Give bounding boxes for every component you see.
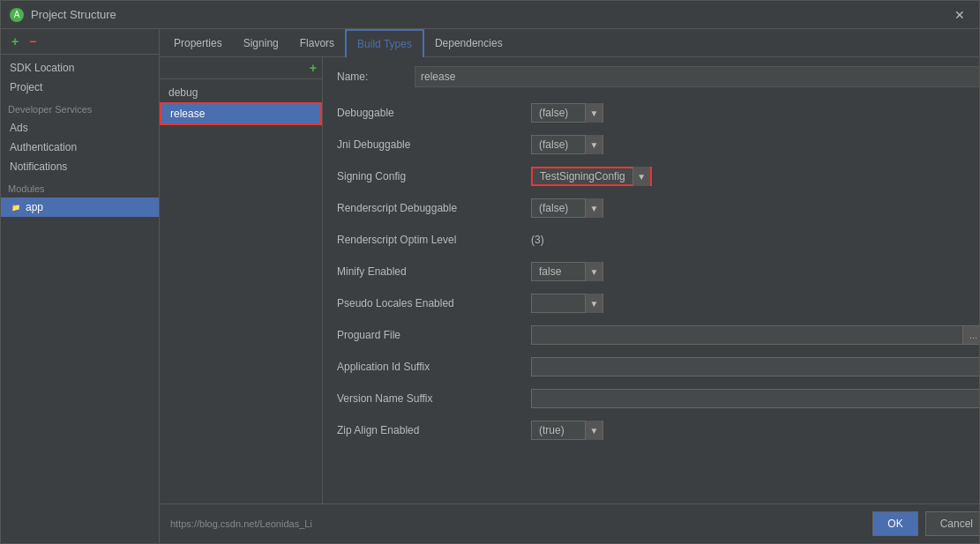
window-title: Project Structure bbox=[31, 8, 949, 21]
pseudo-locales-arrow[interactable]: ▼ bbox=[585, 294, 602, 313]
close-button[interactable]: ✕ bbox=[949, 6, 970, 24]
zip-align-arrow[interactable]: ▼ bbox=[585, 421, 602, 440]
tab-flavors[interactable]: Flavors bbox=[289, 30, 345, 56]
renderscript-debuggable-control: (false) ▼ bbox=[531, 198, 603, 218]
signing-config-label: Signing Config bbox=[337, 170, 531, 183]
minify-enabled-dropdown[interactable]: false ▼ bbox=[531, 262, 603, 281]
renderscript-optim-label: Renderscript Optim Level bbox=[337, 234, 531, 246]
proguard-file-input[interactable] bbox=[531, 325, 963, 345]
jni-debuggable-label: Jni Debuggable bbox=[337, 138, 531, 151]
zip-align-dropdown[interactable]: (true) ▼ bbox=[531, 421, 603, 440]
debuggable-arrow[interactable]: ▼ bbox=[585, 103, 602, 123]
sidebar-item-project[interactable]: Project bbox=[1, 78, 159, 97]
version-name-suffix-row: Version Name Suffix bbox=[337, 387, 979, 410]
signing-config-control: TestSigningConfig ▼ bbox=[531, 167, 652, 186]
module-icon: 📁 bbox=[10, 201, 22, 213]
proguard-file-control: … bbox=[531, 325, 979, 345]
sidebar-item-authentication[interactable]: Authentication bbox=[1, 138, 159, 157]
build-list-toolbar: + bbox=[160, 57, 322, 79]
footer-url: https://blog.csdn.net/Leonidas_Li bbox=[170, 518, 865, 529]
renderscript-debuggable-value: (false) bbox=[532, 200, 585, 216]
tab-dependencies[interactable]: Dependencies bbox=[424, 30, 513, 56]
debuggable-dropdown[interactable]: (false) ▼ bbox=[531, 103, 603, 123]
renderscript-debuggable-label: Renderscript Debuggable bbox=[337, 202, 531, 214]
jni-debuggable-value: (false) bbox=[532, 137, 585, 153]
tab-build-types[interactable]: Build Types bbox=[345, 29, 424, 57]
signing-config-dropdown[interactable]: TestSigningConfig ▼ bbox=[531, 167, 652, 186]
pseudo-locales-label: Pseudo Locales Enabled bbox=[337, 297, 531, 309]
jni-debuggable-dropdown[interactable]: (false) ▼ bbox=[531, 135, 603, 154]
debuggable-row: Debuggable (false) ▼ bbox=[337, 101, 979, 124]
right-panel: Properties Signing Flavors Build Types D… bbox=[160, 29, 979, 543]
add-button[interactable]: + bbox=[8, 34, 22, 48]
pseudo-locales-control: ▼ bbox=[531, 294, 603, 313]
sidebar-item-app[interactable]: 📁 app bbox=[1, 197, 159, 217]
cancel-button[interactable]: Cancel bbox=[925, 511, 979, 536]
jni-debuggable-row: Jni Debuggable (false) ▼ bbox=[337, 133, 979, 156]
application-id-suffix-row: Application Id Suffix bbox=[337, 355, 979, 378]
module-label: app bbox=[26, 201, 43, 213]
name-input[interactable] bbox=[415, 66, 979, 87]
proguard-file-label: Proguard File bbox=[337, 329, 531, 341]
proguard-file-row: Proguard File … bbox=[337, 324, 979, 347]
debuggable-value: (false) bbox=[532, 105, 585, 121]
zip-align-row: Zip Align Enabled (true) ▼ bbox=[337, 419, 979, 442]
remove-button[interactable]: − bbox=[26, 34, 40, 48]
sidebar-item-ads[interactable]: Ads bbox=[1, 118, 159, 138]
minify-enabled-value: false bbox=[532, 264, 585, 279]
minify-enabled-control: false ▼ bbox=[531, 262, 603, 281]
pseudo-locales-value bbox=[532, 302, 585, 305]
tab-signing[interactable]: Signing bbox=[233, 30, 289, 56]
renderscript-optim-value: (3) bbox=[531, 234, 544, 246]
build-item-debug[interactable]: debug bbox=[160, 83, 322, 102]
minify-enabled-label: Minify Enabled bbox=[337, 265, 531, 278]
app-icon: A bbox=[10, 8, 24, 22]
build-item-release[interactable]: release bbox=[160, 102, 322, 125]
renderscript-optim-row: Renderscript Optim Level (3) bbox=[337, 228, 979, 251]
project-structure-window: A Project Structure ✕ + − SDK Location P… bbox=[0, 0, 980, 544]
name-row: Name: bbox=[337, 66, 979, 87]
build-list-items: debug release bbox=[160, 79, 322, 129]
pseudo-locales-dropdown[interactable]: ▼ bbox=[531, 294, 603, 313]
build-type-add-button[interactable]: + bbox=[310, 61, 317, 75]
proguard-browse-button[interactable]: … bbox=[963, 325, 979, 345]
middle-section: + debug release Name: bbox=[160, 57, 979, 503]
sidebar-section-modules: Modules bbox=[1, 180, 159, 197]
sidebar-nav: SDK Location Project Developer Services … bbox=[1, 55, 159, 220]
footer: https://blog.csdn.net/Leonidas_Li OK Can… bbox=[160, 503, 979, 543]
jni-debuggable-control: (false) ▼ bbox=[531, 135, 603, 154]
sidebar-item-sdk-location[interactable]: SDK Location bbox=[1, 58, 159, 78]
signing-config-row: Signing Config TestSigningConfig ▼ bbox=[337, 165, 979, 188]
debuggable-label: Debuggable bbox=[337, 107, 531, 119]
sidebar-toolbar: + − bbox=[1, 29, 159, 55]
title-bar: A Project Structure ✕ bbox=[1, 1, 979, 29]
sidebar: + − SDK Location Project Developer Servi… bbox=[1, 29, 160, 543]
tabs-bar: Properties Signing Flavors Build Types D… bbox=[160, 29, 979, 57]
renderscript-debuggable-dropdown[interactable]: (false) ▼ bbox=[531, 198, 603, 218]
application-id-suffix-label: Application Id Suffix bbox=[337, 361, 531, 373]
build-list-panel: + debug release bbox=[160, 57, 323, 503]
jni-debuggable-arrow[interactable]: ▼ bbox=[585, 135, 602, 154]
name-label: Name: bbox=[337, 71, 408, 83]
minify-enabled-arrow[interactable]: ▼ bbox=[585, 262, 602, 281]
zip-align-label: Zip Align Enabled bbox=[337, 424, 531, 436]
version-name-suffix-label: Version Name Suffix bbox=[337, 392, 531, 405]
renderscript-debuggable-row: Renderscript Debuggable (false) ▼ bbox=[337, 197, 979, 220]
renderscript-debuggable-arrow[interactable]: ▼ bbox=[585, 198, 602, 218]
sidebar-item-notifications[interactable]: Notifications bbox=[1, 157, 159, 176]
sidebar-section-developer-services: Developer Services bbox=[1, 101, 159, 118]
zip-align-control: (true) ▼ bbox=[531, 421, 603, 440]
tab-properties[interactable]: Properties bbox=[163, 30, 233, 56]
zip-align-value: (true) bbox=[532, 422, 585, 438]
form-panel: Name: Debuggable (false) ▼ bbox=[323, 57, 979, 503]
signing-config-value: TestSigningConfig bbox=[533, 168, 632, 184]
version-name-suffix-input[interactable] bbox=[531, 389, 979, 408]
application-id-suffix-input[interactable] bbox=[531, 357, 979, 376]
signing-config-arrow[interactable]: ▼ bbox=[632, 167, 650, 186]
pseudo-locales-row: Pseudo Locales Enabled ▼ bbox=[337, 292, 979, 315]
ok-button[interactable]: OK bbox=[872, 511, 917, 536]
minify-enabled-row: Minify Enabled false ▼ bbox=[337, 260, 979, 283]
main-content: + − SDK Location Project Developer Servi… bbox=[1, 29, 979, 543]
debuggable-control: (false) ▼ bbox=[531, 103, 603, 123]
